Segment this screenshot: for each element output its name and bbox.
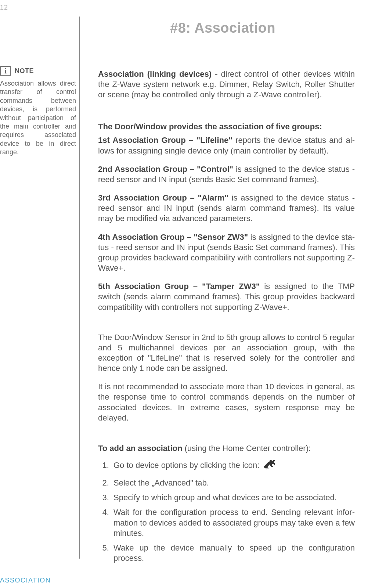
- groups-heading: The Door/Window provides the association…: [98, 122, 355, 131]
- add-association-intro: To add an association (using the Home Ce…: [98, 444, 355, 453]
- group-3: 3rd Association Group – "Alarm" is assig…: [98, 193, 355, 224]
- group-5-bold: 5th Association Group – "Tamper ZW3": [98, 282, 264, 291]
- note-label: NOTE: [15, 67, 34, 75]
- step-1: Go to device options by clicking the ico…: [111, 458, 355, 473]
- content-wrap: i NOTE Association allows di­rect transf…: [0, 0, 375, 566]
- group-1-bold: 1st Association Group – "Lifeline": [98, 136, 235, 145]
- main-content: #8: Association Association (linking dev…: [80, 0, 375, 566]
- intro-bold: Association (linking devices) -: [98, 69, 221, 79]
- group-2: 2nd Association Group – "Control" is ass…: [98, 164, 355, 185]
- group-4-bold: 4th Association Group – "Sensor ZW3": [98, 232, 250, 242]
- info-icon: i: [0, 66, 11, 76]
- add-intro-rest: (using the Home Center controller):: [185, 444, 311, 453]
- step-1-text: Go to device options by clicking the ico…: [113, 461, 259, 470]
- group-2-bold: 2nd Association Group – "Control": [98, 165, 236, 174]
- group-1: 1st Association Group – "Lifeline" repor…: [98, 135, 355, 156]
- note-header: i NOTE: [0, 66, 76, 76]
- step-3: Specify to which group and what devices …: [111, 493, 355, 503]
- note-after-2: It is not recommended to associate more …: [98, 382, 355, 423]
- footer-section-name: ASSOCIATION: [0, 577, 51, 584]
- step-5: Wake up the device manually to speed up …: [111, 543, 355, 563]
- step-4: Wait for the configuration process to en…: [111, 507, 355, 538]
- steps-list: Go to device options by clicking the ico…: [98, 458, 355, 563]
- wrench-icon: [263, 458, 276, 473]
- step-2: Select the „Advanced" tab.: [111, 478, 355, 488]
- note-body: Association allows di­rect transfer of c…: [0, 79, 76, 157]
- sidebar: i NOTE Association allows di­rect transf…: [0, 0, 79, 566]
- intro-paragraph: Association (linking devices) - direct c…: [98, 69, 355, 100]
- note-after-1: The Door/Window Sensor in 2nd to 5th gro…: [98, 332, 355, 374]
- page-title: #8: Association: [91, 20, 355, 36]
- group-5: 5th Association Group – "Tamper ZW3" is …: [98, 281, 355, 312]
- group-4: 4th Association Group – "Sensor ZW3" is …: [98, 232, 355, 274]
- add-intro-bold: To add an association: [98, 444, 185, 453]
- group-3-bold: 3rd Association Group – "Alarm": [98, 193, 232, 202]
